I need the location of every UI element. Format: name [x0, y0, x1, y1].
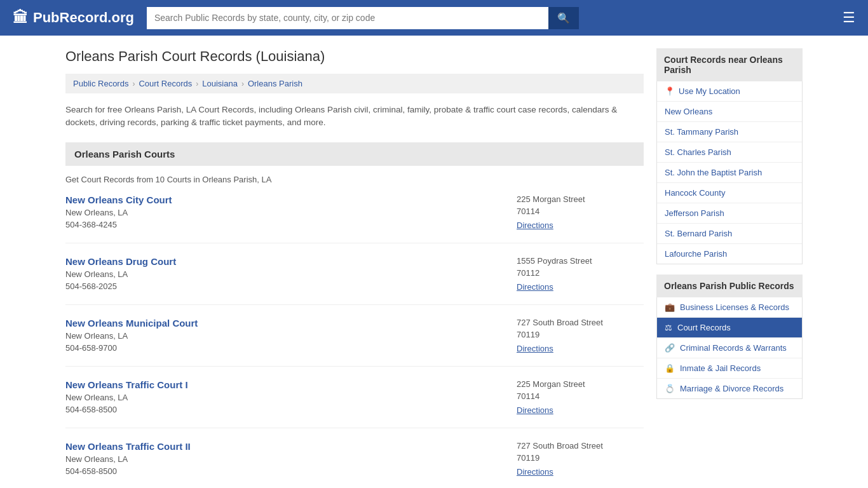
nearby-location-item[interactable]: St. John the Baptist Parish [657, 163, 802, 183]
search-bar: 🔍 [147, 7, 579, 29]
breadcrumb-court-records[interactable]: Court Records [139, 79, 192, 88]
directions-link[interactable]: Directions [517, 405, 553, 415]
public-record-link[interactable]: Inmate & Jail Records [680, 363, 761, 373]
header: 🏛 PubRecord.org 🔍 ☰ [0, 0, 868, 36]
breadcrumb-orleans-parish[interactable]: Orleans Parish [248, 79, 302, 88]
court-address: 727 South Broad Street [517, 441, 644, 451]
breadcrumb-sep-2: › [196, 79, 198, 88]
court-right: 1555 Poydras Street 70112 Directions [517, 256, 644, 292]
logo-text: PubRecord.org [33, 10, 134, 26]
hamburger-icon: ☰ [843, 10, 855, 25]
nearby-location-link[interactable]: New Orleans [665, 107, 712, 116]
court-city: New Orleans, LA [65, 208, 517, 217]
nearby-location-item[interactable]: Lafourche Parish [657, 244, 802, 264]
nearby-location-link[interactable]: St. John the Baptist Parish [665, 168, 762, 177]
nearby-location-item[interactable]: Hancock County [657, 183, 802, 203]
record-icon: 💍 [665, 384, 675, 393]
nearby-heading: Court Records near Orleans Parish [656, 48, 803, 81]
left-content: Orleans Parish Court Records (Louisiana)… [65, 48, 644, 488]
court-phone: 504-368-4245 [65, 220, 517, 229]
court-phone: 504-658-9700 [65, 343, 517, 353]
search-input[interactable] [147, 7, 548, 29]
court-city: New Orleans, LA [65, 269, 517, 279]
court-entry: New Orleans Drug Court New Orleans, LA 5… [65, 256, 644, 305]
court-left: New Orleans Traffic Court I New Orleans,… [65, 379, 517, 414]
court-zip: 70114 [517, 207, 644, 216]
public-record-link[interactable]: Court Records [677, 323, 731, 332]
nearby-location-link[interactable]: St. Tammany Parish [665, 127, 738, 137]
nearby-location-item[interactable]: St. Charles Parish [657, 142, 802, 163]
section-heading: Orleans Parish Courts [65, 142, 644, 166]
court-left: New Orleans Traffic Court II New Orleans… [65, 441, 517, 476]
record-icon: ⚖ [665, 323, 672, 332]
court-city: New Orleans, LA [65, 331, 517, 341]
nearby-location-item[interactable]: New Orleans [657, 102, 802, 122]
court-entry: New Orleans Municipal Court New Orleans,… [65, 318, 644, 367]
public-record-link[interactable]: Marriage & Divorce Records [680, 384, 783, 393]
directions-link[interactable]: Directions [517, 344, 553, 353]
record-icon: 🔗 [665, 343, 675, 353]
logo-icon: 🏛 [13, 9, 28, 27]
public-records-heading: Orleans Parish Public Records [656, 274, 803, 297]
court-zip: 70112 [517, 268, 644, 278]
breadcrumb-louisiana[interactable]: Louisiana [202, 79, 238, 88]
breadcrumb-sep-1: › [132, 79, 135, 88]
right-sidebar: Court Records near Orleans Parish 📍 Use … [656, 48, 803, 488]
court-zip: 70114 [517, 391, 644, 401]
directions-link[interactable]: Directions [517, 220, 553, 230]
court-name: New Orleans Municipal Court [65, 318, 517, 329]
court-right: 225 Morgan Street 70114 Directions [517, 194, 644, 230]
directions-link[interactable]: Directions [517, 282, 553, 292]
court-phone: 504-658-8500 [65, 466, 517, 476]
breadcrumb-sep-3: › [241, 79, 244, 88]
court-address: 727 South Broad Street [517, 318, 644, 327]
search-button[interactable]: 🔍 [548, 7, 579, 29]
public-record-item[interactable]: 💼Business Licenses & Records [657, 297, 802, 318]
use-location-item[interactable]: 📍 Use My Location [657, 81, 802, 102]
court-left: New Orleans City Court New Orleans, LA 5… [65, 194, 517, 229]
nearby-location-link[interactable]: Hancock County [665, 188, 725, 198]
public-record-item[interactable]: 🔒Inmate & Jail Records [657, 358, 802, 379]
public-record-item[interactable]: ⚖Court Records [657, 318, 802, 338]
public-record-link[interactable]: Criminal Records & Warrants [680, 343, 787, 353]
nearby-location-link[interactable]: St. Bernard Parish [665, 229, 732, 238]
court-name: New Orleans Drug Court [65, 256, 517, 267]
court-right: 727 South Broad Street 70119 Directions [517, 441, 644, 477]
page-description: Search for free Orleans Parish, LA Court… [65, 104, 644, 130]
nearby-location-link[interactable]: Lafourche Parish [665, 249, 727, 259]
use-location-link[interactable]: Use My Location [679, 86, 740, 96]
public-record-item[interactable]: 💍Marriage & Divorce Records [657, 379, 802, 398]
court-phone: 504-658-8500 [65, 405, 517, 414]
nearby-location-item[interactable]: St. Bernard Parish [657, 224, 802, 244]
public-record-link[interactable]: Business Licenses & Records [680, 302, 789, 312]
court-address: 1555 Poydras Street [517, 256, 644, 266]
court-name: New Orleans Traffic Court II [65, 441, 517, 452]
court-phone: 504-568-2025 [65, 281, 517, 291]
records-list: 💼Business Licenses & Records⚖Court Recor… [656, 297, 803, 399]
court-left: New Orleans Municipal Court New Orleans,… [65, 318, 517, 353]
search-icon: 🔍 [557, 13, 570, 24]
public-record-item[interactable]: 🔗Criminal Records & Warrants [657, 338, 802, 358]
court-entry: New Orleans Traffic Court I New Orleans,… [65, 379, 644, 428]
nearby-location-item[interactable]: Jefferson Parish [657, 203, 802, 224]
court-left: New Orleans Drug Court New Orleans, LA 5… [65, 256, 517, 291]
menu-button[interactable]: ☰ [843, 10, 855, 26]
breadcrumb-public-records[interactable]: Public Records [73, 79, 128, 88]
court-city: New Orleans, LA [65, 454, 517, 464]
nearby-location-item[interactable]: St. Tammany Parish [657, 122, 802, 142]
court-entry: New Orleans Traffic Court II New Orleans… [65, 441, 644, 489]
court-right: 225 Morgan Street 70114 Directions [517, 379, 644, 415]
court-entry: New Orleans City Court New Orleans, LA 5… [65, 194, 644, 243]
court-right: 727 South Broad Street 70119 Directions [517, 318, 644, 353]
logo[interactable]: 🏛 PubRecord.org [13, 9, 134, 27]
nearby-location-link[interactable]: St. Charles Parish [665, 147, 731, 157]
court-address: 225 Morgan Street [517, 194, 644, 204]
court-name: New Orleans City Court [65, 194, 517, 205]
directions-link[interactable]: Directions [517, 467, 553, 477]
court-address: 225 Morgan Street [517, 379, 644, 389]
nearby-location-link[interactable]: Jefferson Parish [665, 208, 724, 218]
court-zip: 70119 [517, 453, 644, 463]
court-name: New Orleans Traffic Court I [65, 379, 517, 390]
courts-count: Get Court Records from 10 Courts in Orle… [65, 175, 644, 184]
nearby-list: 📍 Use My Location New OrleansSt. Tammany… [656, 81, 803, 264]
